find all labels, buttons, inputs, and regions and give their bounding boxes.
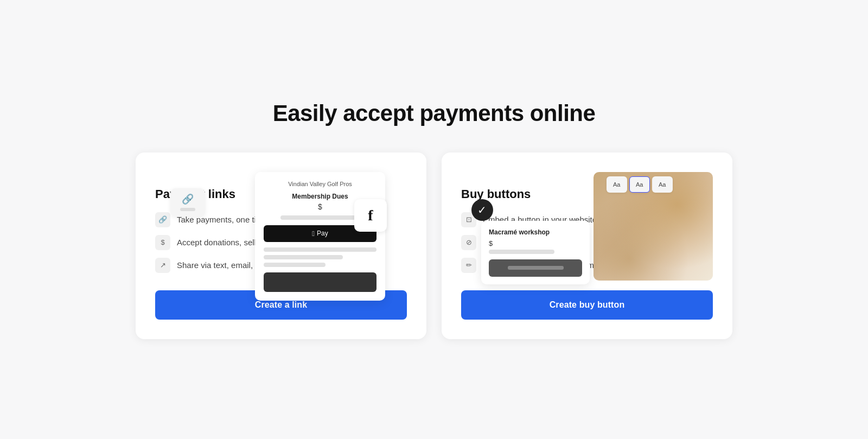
- feature-icon-wrap-link: 🔗: [155, 212, 170, 227]
- link-bubble: 🔗: [170, 188, 205, 217]
- bb-font-btn-3[interactable]: Aa: [652, 176, 673, 193]
- bb-product-card: Macramé workshop $: [481, 221, 590, 284]
- pl-facebook-bubble: f: [354, 199, 387, 232]
- pl-line-2: [264, 255, 343, 259]
- pl-submit-bar: [264, 272, 376, 292]
- pl-merchant-name: Vindian Valley Golf Pros: [264, 181, 376, 187]
- apple-icon: : [312, 230, 315, 238]
- bb-buy-button-preview: [489, 259, 582, 277]
- bb-font-btn-2[interactable]: Aa: [629, 176, 650, 193]
- brush-feature-icon: ✏: [466, 261, 472, 269]
- bb-font-btn-1[interactable]: Aa: [607, 176, 627, 193]
- bb-price-bar: [489, 250, 554, 254]
- buy-buttons-card: Aa Aa Aa ✓ Macramé workshop $: [442, 152, 732, 339]
- bb-product-name: Macramé workshop: [489, 228, 582, 236]
- embed-feature-icon: ⊡: [466, 215, 472, 224]
- dollar-feature-icon: $: [161, 238, 164, 246]
- pl-amount-bar: [280, 215, 360, 220]
- feature-icon-wrap-share: ↗: [155, 258, 170, 273]
- bb-font-picker: Aa Aa Aa: [607, 176, 673, 193]
- pl-line-1: [264, 247, 376, 252]
- link-feature-icon: 🔗: [158, 215, 167, 224]
- checkmark-icon: ✓: [477, 205, 487, 215]
- fb-letter: f: [368, 207, 373, 224]
- pl-apple-pay-label: Pay: [317, 230, 328, 237]
- payment-links-card: 🔗 Vindian Valley Golf Pros Membership Du…: [136, 152, 426, 339]
- cards-row: 🔗 Vindian Valley Golf Pros Membership Du…: [136, 152, 732, 339]
- pl-payment-card: Vindian Valley Golf Pros Membership Dues…: [255, 172, 385, 301]
- share-feature-icon: ↗: [160, 261, 166, 269]
- page-container: Easily accept payments online 🔗 Vindian …: [0, 0, 868, 439]
- bb-product-dollar: $: [489, 239, 582, 247]
- bb-check-badge: ✓: [471, 199, 493, 221]
- pl-line-3: [264, 263, 326, 267]
- link-bar-decoration: [180, 208, 195, 211]
- no-store-feature-icon: ⊘: [466, 238, 472, 246]
- link-icon: 🔗: [182, 193, 194, 205]
- create-buy-button-button[interactable]: Create buy button: [461, 290, 713, 320]
- pl-form-lines: [264, 247, 376, 267]
- page-title: Easily accept payments online: [273, 100, 596, 126]
- bb-btn-bar: [508, 266, 564, 270]
- feature-icon-wrap-dollar: $: [155, 235, 170, 250]
- feature-icon-wrap-brush: ✏: [461, 258, 476, 273]
- feature-icon-wrap-no-store: ⊘: [461, 235, 476, 250]
